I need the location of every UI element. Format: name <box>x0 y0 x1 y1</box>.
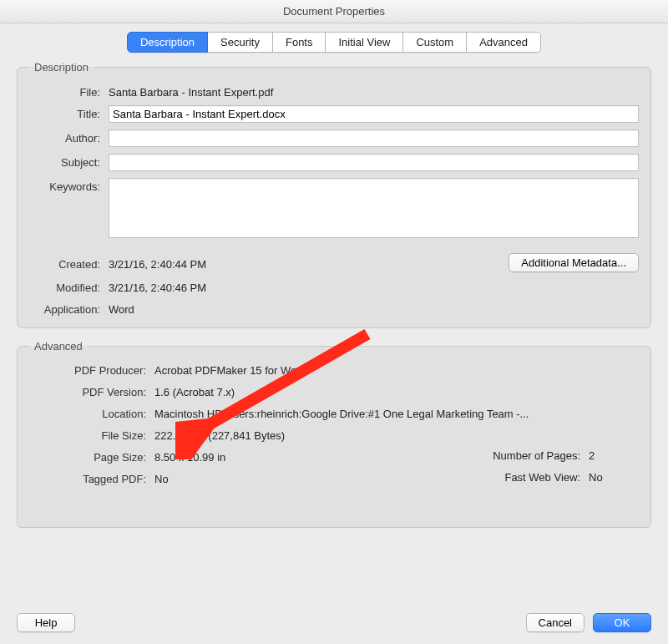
fast-web-value: No <box>589 471 639 485</box>
ok-button[interactable]: OK <box>593 613 651 632</box>
tab-description[interactable]: Description <box>127 32 208 53</box>
window-title: Document Properties <box>0 0 668 23</box>
title-label: Title: <box>29 105 109 120</box>
subject-label: Subject: <box>29 154 109 169</box>
application-label: Application: <box>29 301 109 316</box>
tab-security[interactable]: Security <box>208 32 273 53</box>
file-size-value: 222.50 KB (227,841 Bytes) <box>154 428 639 442</box>
application-value: Word <box>109 301 639 316</box>
pdf-version-label: PDF Version: <box>29 384 154 398</box>
tab-custom[interactable]: Custom <box>403 32 467 53</box>
advanced-group: Advanced PDF Producer: Acrobat PDFMaker … <box>17 340 651 528</box>
file-label: File: <box>29 84 109 99</box>
tab-initial-view[interactable]: Initial View <box>326 32 403 53</box>
page-size-label: Page Size: <box>29 449 154 464</box>
author-label: Author: <box>29 129 109 145</box>
tab-fonts[interactable]: Fonts <box>273 32 326 53</box>
help-button[interactable]: Help <box>17 613 75 632</box>
subject-input[interactable] <box>109 154 639 171</box>
created-value: 3/21/16, 2:40:44 PM <box>109 256 509 271</box>
tagged-pdf-label: Tagged PDF: <box>29 471 154 485</box>
pdf-version-value: 1.6 (Acrobat 7.x) <box>154 384 639 398</box>
pdf-producer-value: Acrobat PDFMaker 15 for Word <box>154 363 639 377</box>
page-size-value: 8.50 x 10.99 in <box>154 449 455 464</box>
modified-label: Modified: <box>29 279 109 294</box>
cancel-button[interactable]: Cancel <box>526 613 584 632</box>
tagged-pdf-value: No <box>154 471 455 485</box>
document-properties-dialog: Document Properties DescriptionSecurityF… <box>0 0 668 644</box>
pdf-producer-label: PDF Producer: <box>29 363 154 377</box>
file-value: Santa Barbara - Instant Expert.pdf <box>109 84 639 99</box>
tab-bar: DescriptionSecurityFontsInitial ViewCust… <box>0 23 668 56</box>
location-label: Location: <box>29 406 154 420</box>
keywords-textarea[interactable] <box>109 178 639 238</box>
author-input[interactable] <box>109 129 639 147</box>
created-label: Created: <box>29 256 109 271</box>
keywords-label: Keywords: <box>29 178 109 193</box>
file-size-label: File Size: <box>29 428 154 442</box>
dialog-footer: Help Cancel OK <box>0 601 668 644</box>
tab-advanced[interactable]: Advanced <box>467 32 541 53</box>
modified-value: 3/21/16, 2:40:46 PM <box>109 279 639 294</box>
description-legend: Description <box>29 61 94 74</box>
additional-metadata-button[interactable]: Additional Metadata... <box>509 253 639 272</box>
fast-web-label: Fast Web View: <box>455 471 589 485</box>
num-pages-value: 2 <box>589 449 639 464</box>
num-pages-label: Number of Pages: <box>455 449 589 464</box>
description-group: Description File: Santa Barbara - Instan… <box>17 61 651 328</box>
location-value: Macintosh HD:Users:rheinrich:Google Driv… <box>154 406 639 420</box>
title-input[interactable] <box>109 105 639 123</box>
advanced-legend: Advanced <box>29 340 88 352</box>
